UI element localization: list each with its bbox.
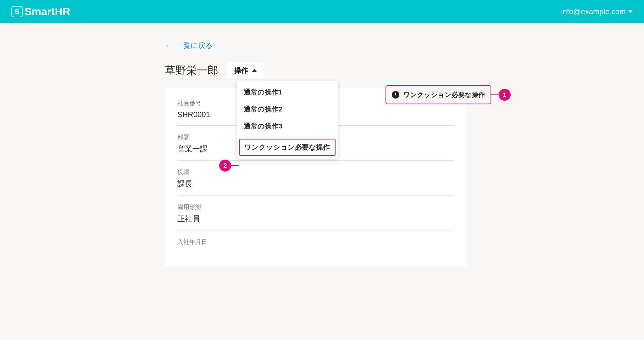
main-content: ← 一覧に戻る 草野栄一郎 操作 通常の操作1 通常の操作2 通常の操作3 ワン… — [165, 23, 479, 266]
annotation-callout-1: ! ワンクッション必要な操作 1 — [386, 85, 511, 104]
annotation-badge-1: 1 — [499, 89, 511, 101]
annotation-callout-2: 2 — [219, 160, 239, 172]
action-dropdown-button[interactable]: 操作 — [227, 62, 264, 79]
annotation-connector — [231, 165, 239, 166]
field-value: 正社員 — [177, 214, 454, 224]
dropdown-item-caution[interactable]: ワンクッション必要な操作 — [239, 139, 336, 156]
secondary-button-caution[interactable]: ! ワンクッション必要な操作 — [386, 85, 491, 104]
dropdown-item[interactable]: 通常の操作2 — [237, 101, 338, 118]
app-header: S SmartHR info@example.com — [0, 0, 644, 23]
field-label: 雇用形態 — [177, 203, 454, 211]
field-label: 入社年月日 — [177, 238, 454, 246]
info-icon: ! — [392, 91, 399, 99]
dropdown-divider — [244, 137, 331, 137]
back-link[interactable]: ← 一覧に戻る — [165, 41, 479, 50]
action-dropdown-menu: 通常の操作1 通常の操作2 通常の操作3 ワンクッション必要な操作 — [237, 81, 338, 159]
page-title: 草野栄一郎 — [165, 63, 218, 78]
field-value: 課長 — [177, 179, 454, 189]
brand-name: SmartHR — [25, 5, 70, 18]
field-employment-type: 雇用形態 正社員 — [177, 203, 454, 230]
caret-up-icon — [252, 69, 257, 72]
field-hire-date: 入社年月日 — [177, 238, 454, 255]
callout-text: ワンクッション必要な操作 — [403, 90, 485, 99]
dropdown-item[interactable]: 通常の操作3 — [237, 118, 338, 135]
arrow-left-icon: ← — [165, 41, 172, 50]
user-menu[interactable]: info@example.com — [561, 7, 633, 16]
caret-down-icon — [628, 10, 633, 13]
user-email: info@example.com — [561, 7, 626, 16]
dropdown-item[interactable]: 通常の操作1 — [237, 84, 338, 101]
brand-logo-icon: S — [11, 6, 23, 17]
brand-logo: S SmartHR — [11, 5, 70, 18]
field-position: 役職 課長 — [177, 168, 454, 196]
annotation-connector — [491, 94, 499, 95]
field-label: 役職 — [177, 168, 454, 176]
back-link-label: 一覧に戻る — [176, 41, 213, 50]
action-button-label: 操作 — [234, 66, 248, 75]
annotation-badge-2: 2 — [219, 160, 231, 172]
title-row: 草野栄一郎 操作 通常の操作1 通常の操作2 通常の操作3 ワンクッション必要な… — [165, 62, 479, 79]
